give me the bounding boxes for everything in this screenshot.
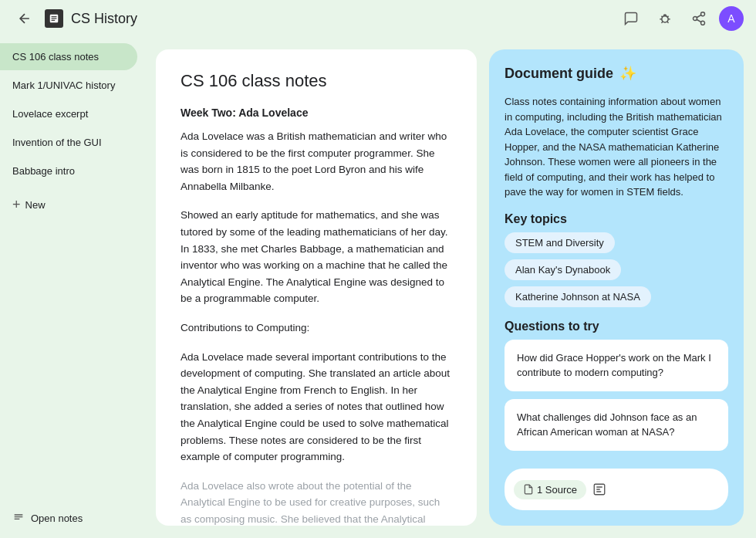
format-icon: [592, 482, 606, 496]
format-icon-button[interactable]: [592, 479, 606, 500]
sidebar-item-gui[interactable]: Invention of the GUI: [0, 129, 137, 156]
questions-section: Questions to try How did Grace Hopper's …: [505, 320, 728, 451]
sidebar: CS 106 class notes Mark 1/UNIVAC history…: [0, 37, 147, 538]
svg-rect-2: [52, 18, 57, 19]
avatar-button[interactable]: A: [719, 6, 744, 31]
sidebar-item-babbage[interactable]: Babbage intro: [0, 157, 137, 184]
topic-chip-dynabook[interactable]: Alan Kay's Dynabook: [505, 259, 621, 280]
doc-paragraph-2: Showed an early aptitude for mathematics…: [181, 207, 452, 307]
topic-chip-stem[interactable]: STEM and Diversity: [505, 232, 615, 253]
app-icon: [45, 9, 63, 28]
doc-paragraph-4: Ada Lovelace made several important cont…: [181, 349, 452, 465]
svg-line-9: [697, 15, 701, 17]
avatar-initial: A: [727, 12, 734, 25]
bug-icon-button[interactable]: [651, 5, 679, 32]
source-icon: [523, 484, 534, 495]
header-left: CS History: [12, 6, 617, 31]
questions-label: Questions to try: [505, 320, 728, 333]
topics-container: STEM and Diversity Alan Kay's Dynabook K…: [505, 232, 728, 307]
svg-rect-1: [52, 16, 57, 17]
key-topics-label: Key topics: [505, 212, 728, 226]
share-icon-button[interactable]: [685, 5, 713, 32]
open-notes-icon: [12, 512, 25, 524]
key-topics-section: Key topics STEM and Diversity Alan Kay's…: [505, 212, 728, 307]
guide-panel: Document guide ✨ Class notes containing …: [489, 49, 744, 526]
sidebar-item-mark1[interactable]: Mark 1/UNIVAC history: [0, 72, 137, 99]
open-notes-button[interactable]: Open notes: [0, 504, 147, 532]
doc-paragraph-5: Ada Lovelace also wrote about the potent…: [181, 478, 452, 526]
question-card-2[interactable]: What challenges did Johnson face as an A…: [505, 399, 728, 451]
svg-rect-3: [52, 20, 56, 21]
document-title: CS 106 class notes: [181, 71, 452, 91]
guide-description: Class notes containing information about…: [505, 94, 728, 200]
svg-point-5: [701, 12, 705, 16]
sidebar-item-cs106[interactable]: CS 106 class notes: [0, 43, 137, 70]
header: CS History A: [0, 0, 756, 37]
back-button[interactable]: [12, 6, 37, 31]
question-card-1[interactable]: How did Grace Hopper's work on the Mark …: [505, 340, 728, 391]
doc-paragraph-3: Contributions to Computing:: [181, 320, 452, 337]
questions-container: How did Grace Hopper's work on the Mark …: [505, 340, 728, 451]
guide-title: Document guide: [505, 66, 613, 82]
main-layout: CS 106 class notes Mark 1/UNIVAC history…: [0, 37, 756, 538]
sparkle-icon: ✨: [619, 65, 636, 82]
topic-chip-katherine[interactable]: Katherine Johnson at NASA: [505, 286, 651, 307]
svg-point-7: [701, 21, 705, 25]
header-icons: A: [617, 5, 744, 32]
plus-icon: +: [12, 197, 21, 213]
app-title: CS History: [71, 11, 137, 27]
source-badge[interactable]: 1 Source: [514, 480, 586, 499]
chat-icon-button[interactable]: [617, 5, 645, 32]
guide-header: Document guide ✨: [505, 65, 728, 82]
content-area: CS 106 class notes Week Two: Ada Lovelac…: [147, 37, 756, 538]
document-panel: CS 106 class notes Week Two: Ada Lovelac…: [156, 49, 477, 526]
svg-line-8: [697, 19, 701, 22]
new-note-button[interactable]: + New: [0, 189, 147, 221]
sidebar-item-lovelace[interactable]: Lovelace excerpt: [0, 100, 137, 127]
svg-point-6: [694, 17, 697, 21]
chat-text-input[interactable]: [619, 484, 744, 496]
chat-input-area: 1 Source: [505, 469, 728, 510]
document-section-title: Week Two: Ada Lovelace: [181, 107, 452, 119]
doc-paragraph-1: Ada Lovelace was a British mathematician…: [181, 128, 452, 195]
